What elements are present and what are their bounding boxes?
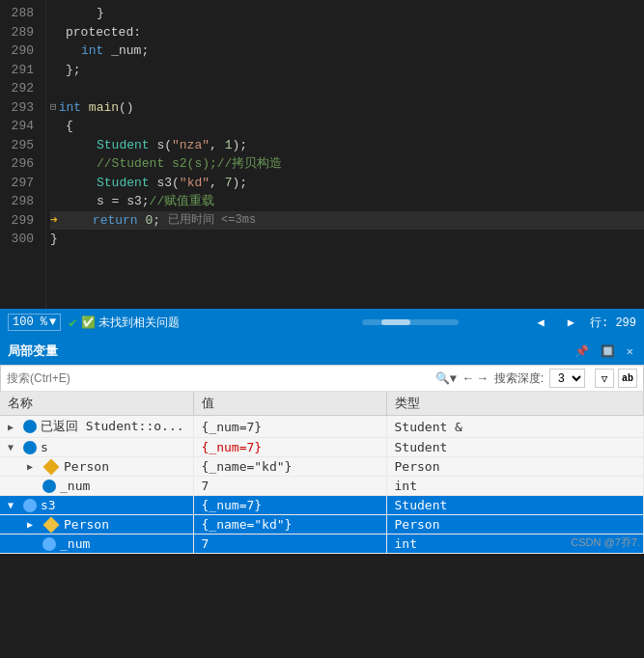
var-name: Person: [64, 517, 109, 532]
code-content: } protected: int _num; };: [46, 0, 644, 309]
name-cell: ▶ _num: [0, 477, 193, 496]
col-value: 值: [193, 392, 386, 416]
search-navigation: ← →: [462, 371, 489, 386]
var-icon-circle: [23, 441, 37, 454]
type-cell: Person: [386, 515, 644, 535]
scroll-area[interactable]: [299, 319, 522, 325]
code-line-300: }: [50, 230, 644, 249]
zoom-control[interactable]: 100 % ▼: [8, 314, 61, 331]
type-cell: Student &: [386, 416, 644, 438]
name-cell: ▼ s3: [0, 496, 193, 515]
line-num-295: 295: [4, 136, 38, 155]
horizontal-scrollbar[interactable]: [362, 319, 459, 325]
value-cell: {_num=7}: [193, 438, 386, 457]
value-cell: {_num=7}: [193, 416, 386, 438]
panel-controls: 📌 🔲 ✕: [572, 344, 636, 359]
status-bar: 100 % ▼ ✔ ✅ 未找到相关问题 ◀ ▶ 行: 299: [0, 309, 644, 336]
code-line-294: {: [50, 117, 644, 136]
table-header: 名称 值 类型: [0, 392, 644, 416]
line-num-298: 298: [4, 192, 38, 211]
panel-header: 局部变量 📌 🔲 ✕: [0, 338, 644, 365]
line-num-290: 290: [4, 41, 38, 61]
bottom-panel: 局部变量 📌 🔲 ✕ 🔍▼ ← → 搜索深度: 3 1 2 4 5: [0, 336, 644, 554]
line-num-291: 291: [4, 61, 38, 80]
close-button[interactable]: ✕: [624, 344, 636, 359]
code-line-289: protected:: [50, 23, 644, 42]
table-row[interactable]: ▶ Person {_name="kd"} Person: [0, 457, 644, 477]
table-body: ▶ 已返回 Student::o... {_num=7} Student & ▼: [0, 416, 644, 554]
name-cell: ▶ Person: [0, 515, 193, 535]
code-line-297: Student s3("kd", 7);: [50, 174, 644, 193]
code-line-291: };: [50, 61, 644, 80]
search-icon[interactable]: 🔍▼: [435, 371, 457, 386]
code-line-299: ➜ return 0; 已用时间 <=3ms: [50, 211, 644, 231]
var-name: 已返回 Student::o...: [41, 418, 184, 435]
float-button[interactable]: 🔲: [598, 344, 618, 359]
scroll-thumb[interactable]: [381, 319, 410, 325]
scroll-arrow-right[interactable]: ▶: [568, 315, 574, 330]
type-cell: Student: [386, 438, 644, 457]
type-cell: int: [386, 477, 644, 496]
var-icon-circle: [42, 480, 56, 493]
status-message: ✔ ✅ 未找到相关问题: [69, 315, 292, 331]
var-name: s: [41, 440, 48, 454]
name-cell: ▶ _num: [0, 535, 193, 554]
value-cell: {_num=7}: [193, 496, 386, 515]
scroll-arrow-left[interactable]: ◀: [538, 315, 545, 330]
name-cell: ▼ s: [0, 438, 193, 457]
type-cell: Student: [386, 496, 644, 515]
panel-title: 局部变量: [8, 343, 58, 360]
line-num-300: 300: [4, 230, 38, 249]
zoom-value: 100 %: [13, 315, 47, 329]
type-cell: Person: [386, 457, 644, 477]
var-icon-circle: [42, 537, 56, 551]
var-name: _num: [60, 536, 90, 551]
line-num-293: 293: [4, 98, 38, 118]
depth-select[interactable]: 3 1 2 4 5: [549, 369, 585, 388]
code-line-288: }: [50, 4, 644, 23]
locals-panel: 局部变量 📌 🔲 ✕ 🔍▼ ← → 搜索深度: 3 1 2 4 5: [0, 336, 644, 554]
search-bar: 🔍▼ ← → 搜索深度: 3 1 2 4 5 ▽ ab: [0, 365, 644, 392]
var-icon-circle: [23, 420, 37, 433]
col-name: 名称: [0, 392, 193, 416]
code-line-298: s = s3;//赋值重载: [50, 192, 644, 211]
nav-back-button[interactable]: ←: [462, 371, 474, 386]
var-name: s3: [41, 498, 56, 512]
value-cell: 7: [193, 535, 386, 554]
line-numbers: 288 289 290 291 292 293 294 295 296 297 …: [0, 0, 46, 309]
filter-button[interactable]: ▽: [595, 369, 614, 388]
expand-icon[interactable]: ▶: [8, 422, 19, 432]
table-row[interactable]: ▶ 已返回 Student::o... {_num=7} Student &: [0, 416, 644, 438]
expand-icon[interactable]: ▼: [8, 442, 19, 452]
name-cell: ▶ 已返回 Student::o...: [0, 416, 193, 438]
collapse-293[interactable]: ⊟: [50, 99, 57, 116]
variables-table: 名称 值 类型 ▶ 已返回 Student::o... {_num=7}: [0, 392, 644, 554]
search-input[interactable]: [7, 371, 430, 385]
var-icon-diamond: [43, 516, 60, 533]
pin-button[interactable]: 📌: [572, 344, 592, 359]
expand-icon[interactable]: ▶: [27, 519, 39, 530]
line-num-292: 292: [4, 79, 38, 98]
watermark: CSDN @7乔7.: [571, 535, 640, 550]
table-row[interactable]: ▶ _num 7 int: [0, 535, 644, 554]
table-row[interactable]: ▶ Person {_name="kd"} Person: [0, 515, 644, 535]
var-icon-diamond: [43, 458, 60, 475]
code-line-296: //Student s2(s);//拷贝构造: [50, 154, 644, 174]
var-name: _num: [60, 479, 90, 493]
zoom-dropdown-icon: ▼: [49, 315, 56, 329]
expand-icon[interactable]: ▶: [27, 461, 39, 472]
table-row[interactable]: ▼ s3 {_num=7} Student: [0, 496, 644, 515]
execution-arrow: ➜: [50, 211, 58, 231]
nav-forward-button[interactable]: →: [477, 371, 489, 386]
value-cell: {_name="kd"}: [193, 515, 386, 535]
table-row[interactable]: ▶ _num 7 int: [0, 477, 644, 496]
table-row[interactable]: ▼ s {_num=7} Student: [0, 438, 644, 457]
value-cell: 7: [193, 477, 386, 496]
line-num-297: 297: [4, 174, 38, 193]
line-num-296: 296: [4, 154, 38, 174]
line-num-289: 289: [4, 23, 38, 42]
format-button[interactable]: ab: [618, 369, 637, 388]
line-num-299: 299: [4, 211, 38, 231]
var-icon-circle: [23, 499, 37, 512]
expand-icon[interactable]: ▼: [8, 500, 19, 510]
